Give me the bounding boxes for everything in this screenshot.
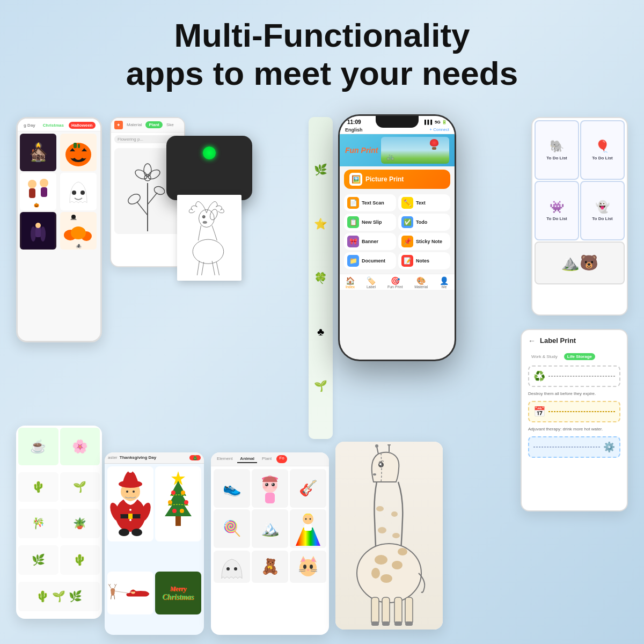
svg-point-58	[129, 509, 131, 511]
svg-point-88	[272, 484, 273, 485]
sticky-note-icon: 📌	[401, 236, 413, 247]
language-label[interactable]: English	[345, 127, 363, 133]
ghost-icon: 👻	[595, 200, 610, 214]
plant-cactus6: 🌵	[60, 545, 100, 575]
todo-icon: ✅	[401, 216, 413, 228]
svg-rect-91	[265, 493, 275, 503]
todo-label-2: To Do List	[592, 156, 613, 160]
phone-body: 11:09 ▌▌▌ 5G 🔋 English + Connect Fun Pri…	[338, 114, 456, 361]
app-todo[interactable]: ✅ Todo	[398, 214, 450, 231]
tab-plant2[interactable]: Plant	[259, 455, 274, 463]
strip-item: ⭐	[314, 217, 327, 230]
tab-fo-badge[interactable]: Fo	[276, 455, 287, 463]
svg-point-56	[119, 529, 129, 536]
svg-line-72	[109, 586, 111, 588]
svg-point-67	[168, 500, 172, 504]
notes-icon: 📝	[401, 255, 413, 267]
sticker-shoes: 👟	[214, 469, 250, 508]
todo-cell-mountain: ⛰️🐻	[535, 241, 625, 284]
sticker-ghost-anime	[214, 551, 250, 583]
christmas-badge: 🎄	[189, 455, 201, 460]
svg-point-104	[303, 565, 306, 569]
svg-line-28	[137, 202, 148, 215]
svg-point-34	[147, 168, 162, 181]
sticker-item: 🕷️	[60, 212, 97, 250]
svg-rect-130	[394, 597, 402, 624]
tab-ske[interactable]: Ske	[164, 121, 176, 128]
svg-point-41	[193, 239, 224, 264]
label-card-3: ⚙️	[528, 436, 620, 458]
app-new-slip[interactable]: 📋 New Slip	[344, 214, 396, 231]
app-text-scan[interactable]: 📄 Text Scan	[344, 194, 396, 211]
label-desc-2: Adjuvant therapy: drink more hot water.	[528, 427, 620, 432]
svg-point-86	[272, 483, 275, 486]
svg-text:🏚️: 🏚️	[29, 145, 48, 163]
svg-line-42	[197, 261, 199, 275]
sticker-item: 🎃	[20, 173, 56, 210]
phone-notch	[376, 116, 419, 128]
sticker-musician: 🎸	[290, 469, 326, 508]
app-banner[interactable]: 🎀 Banner	[344, 233, 396, 250]
svg-point-52	[126, 491, 128, 493]
tab-element[interactable]: Element	[214, 455, 235, 463]
nav-index-label: Index	[346, 285, 355, 289]
svg-point-70	[180, 509, 184, 513]
svg-point-120	[392, 561, 402, 569]
fun-print-banner: Fun Print 🚲	[340, 134, 455, 166]
nav-material[interactable]: 🎨 Material	[414, 276, 428, 289]
svg-point-95	[305, 518, 307, 519]
todo-label: Todo	[416, 219, 427, 225]
svg-point-127	[392, 533, 400, 538]
svg-line-74	[109, 584, 111, 586]
tab-aster[interactable]: aster	[108, 455, 118, 460]
tab-life-storage[interactable]: Life Storage	[564, 353, 595, 360]
status-time: 11:09	[347, 119, 361, 125]
nav-label-icon: 🏷️	[367, 276, 376, 285]
nav-me[interactable]: 👤 Me	[440, 276, 449, 289]
svg-rect-64	[175, 516, 181, 526]
nav-label[interactable]: 🏷️ Label	[367, 276, 376, 289]
svg-point-125	[391, 511, 398, 517]
document-icon: 📁	[347, 255, 359, 267]
tab-material[interactable]: Material	[125, 121, 144, 128]
plants-panel: ☕ 🌸 🌵 🌱 🎋 🪴 🌿 🌵 🌵 🌱 🌿	[16, 426, 102, 619]
strip-item: 🍀	[314, 272, 327, 284]
app-text[interactable]: ✏️ Text	[398, 194, 450, 211]
balloon-decoration	[430, 139, 438, 150]
tab-work-study[interactable]: Work & Study	[528, 353, 561, 360]
back-button[interactable]: ←	[528, 336, 536, 345]
svg-marker-25	[70, 216, 77, 220]
svg-line-73	[108, 584, 109, 586]
tab-thanksgiving[interactable]: Thanksgiving Day	[120, 455, 156, 460]
connect-button[interactable]: + Connect	[429, 127, 449, 132]
svg-point-69	[172, 509, 177, 513]
app-document[interactable]: 📁 Document	[344, 252, 396, 269]
svg-rect-48	[128, 514, 133, 519]
svg-point-124	[376, 506, 384, 511]
nav-index[interactable]: 🏠 Index	[346, 276, 355, 289]
tab-halloween[interactable]: Halloween	[69, 122, 96, 129]
picture-print-button[interactable]: 🖼️ Picture Print	[344, 170, 450, 189]
plant-cactus2: 🌱	[60, 472, 100, 502]
tab-christmas[interactable]: Christmas	[40, 122, 67, 129]
tab-gday[interactable]: g Day	[21, 122, 38, 129]
santa-sticker-grid: Merry Christmas	[105, 464, 204, 635]
page-title: Multi-Functionality apps to meet your ne…	[11, 16, 633, 93]
sticker-lollipop: 🍭	[214, 509, 250, 548]
strip-item: ♣	[317, 326, 324, 338]
nav-me-icon: 👤	[440, 276, 449, 285]
svg-point-14	[80, 191, 85, 195]
svg-point-114	[387, 444, 391, 446]
svg-point-23	[71, 226, 86, 239]
label-card-2: 📅	[528, 401, 620, 422]
svg-point-118	[357, 544, 421, 603]
tab-animal[interactable]: Animal	[237, 455, 257, 463]
nav-material-label: Material	[414, 285, 428, 289]
svg-line-75	[114, 586, 115, 588]
center-phone: 11:09 ▌▌▌ 5G 🔋 English + Connect Fun Pri…	[338, 114, 456, 361]
app-sticky-note[interactable]: 📌 Sticky Note	[398, 233, 450, 250]
app-notes[interactable]: 📝 Notes	[398, 252, 450, 269]
nav-fun-print[interactable]: 🎯 Fun Print	[387, 276, 402, 289]
tab-plant[interactable]: Plant	[145, 121, 163, 128]
fun-print-title: Fun Print	[345, 146, 378, 155]
